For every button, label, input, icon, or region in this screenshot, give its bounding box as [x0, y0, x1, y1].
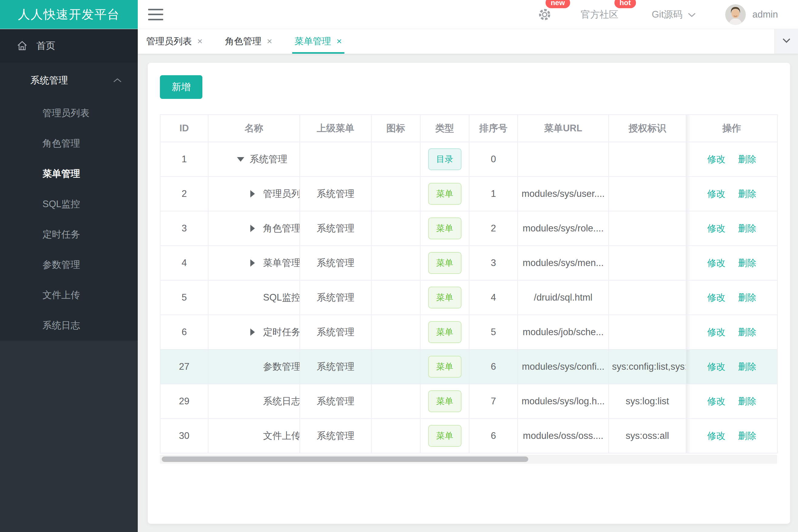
table-row: 5SQL监控系统管理菜单4/druid/sql.html修改删除	[160, 280, 777, 315]
sidebar-item-7[interactable]: 系统日志	[0, 310, 138, 341]
cell-type: 菜单	[420, 211, 469, 246]
cell-url: modules/sys/confi...	[518, 349, 609, 384]
cell-actions: 修改删除	[686, 315, 777, 349]
name-cell-content: SQL监控	[211, 291, 296, 304]
sidebar-section-system: 系统管理 管理员列表角色管理菜单管理SQL监控定时任务参数管理文件上传系统日志	[0, 63, 138, 341]
sidebar-item-6[interactable]: 文件上传	[0, 280, 138, 310]
cell-id: 29	[160, 384, 208, 419]
chevron-up-icon	[113, 78, 122, 83]
cell-perms	[609, 142, 686, 176]
horizontal-scrollbar-thumb[interactable]	[162, 456, 528, 462]
user-menu[interactable]: admin	[725, 4, 778, 25]
delete-link[interactable]: 删除	[738, 223, 757, 233]
delete-link[interactable]: 删除	[738, 327, 757, 337]
hamburger-menu-icon[interactable]	[148, 9, 163, 20]
sidebar-section-title[interactable]: 系统管理	[0, 63, 138, 98]
sidebar-item-1[interactable]: 角色管理	[0, 128, 138, 159]
delete-link[interactable]: 删除	[738, 292, 757, 302]
sidebar-item-5[interactable]: 参数管理	[0, 250, 138, 280]
gear-icon	[538, 7, 552, 21]
delete-link[interactable]: 删除	[738, 189, 757, 199]
edit-link[interactable]: 修改	[707, 258, 725, 268]
expand-arrow-icon[interactable]	[250, 190, 255, 197]
cell-type: 菜单	[420, 176, 469, 211]
expand-arrow-icon[interactable]	[250, 259, 255, 267]
cell-url: /druid/sql.html	[518, 280, 609, 315]
edit-link[interactable]: 修改	[707, 396, 725, 406]
git-source-label: Git源码	[652, 8, 683, 21]
menu-name-label: 系统管理	[250, 153, 287, 166]
edit-link[interactable]: 修改	[707, 431, 725, 441]
edit-link[interactable]: 修改	[707, 189, 725, 199]
tab-close-icon[interactable]: ×	[336, 36, 342, 46]
tab-2[interactable]: 菜单管理×	[295, 29, 342, 54]
settings-button[interactable]: new	[538, 7, 552, 21]
tab-0[interactable]: 管理员列表×	[146, 29, 203, 54]
delete-link[interactable]: 删除	[738, 154, 757, 164]
tab-close-icon[interactable]: ×	[267, 36, 273, 46]
community-link[interactable]: 官方社区 hot	[581, 8, 618, 21]
cell-parent: 系统管理	[300, 246, 371, 280]
tab-1[interactable]: 角色管理×	[225, 29, 273, 54]
cell-order: 5	[469, 315, 518, 349]
cell-id: 5	[160, 280, 208, 315]
cell-perms	[609, 176, 686, 211]
col-order: 排序号	[469, 115, 518, 142]
menu-table: ID 名称 上级菜单 图标 类型 排序号 菜单URL 授权标识 操作 1系统管理…	[160, 114, 778, 453]
type-badge: 菜单	[428, 425, 462, 447]
edit-link[interactable]: 修改	[707, 327, 725, 337]
cell-name: 文件上传	[208, 419, 300, 453]
edit-link[interactable]: 修改	[707, 223, 725, 233]
name-cell-content: 管理员列表	[211, 187, 296, 200]
cell-type: 菜单	[420, 419, 469, 453]
sidebar-item-2[interactable]: 菜单管理	[0, 159, 138, 189]
cell-actions: 修改删除	[686, 419, 777, 453]
delete-link[interactable]: 删除	[738, 362, 757, 372]
cell-type: 目录	[420, 142, 469, 176]
cell-id: 6	[160, 315, 208, 349]
expand-arrow-icon[interactable]	[250, 328, 255, 336]
name-cell-content: 系统管理	[211, 153, 296, 166]
cell-parent	[300, 142, 371, 176]
delete-link[interactable]: 删除	[738, 431, 757, 441]
sidebar-item-3[interactable]: SQL监控	[0, 189, 138, 219]
cell-order: 0	[469, 142, 518, 176]
tab-close-icon[interactable]: ×	[197, 36, 203, 46]
header-main: new 官方社区 hot Git源码	[138, 0, 798, 29]
cell-type: 菜单	[420, 315, 469, 349]
git-source-link[interactable]: Git源码	[652, 8, 696, 21]
delete-link[interactable]: 删除	[738, 258, 757, 268]
cell-type: 菜单	[420, 280, 469, 315]
hot-badge: hot	[614, 0, 636, 8]
name-cell-content: 文件上传	[211, 430, 296, 442]
tabs-dropdown-button[interactable]	[774, 29, 798, 54]
cell-perms: sys:config:list,sys:.	[609, 349, 686, 384]
edit-link[interactable]: 修改	[707, 362, 725, 372]
menu-name-label: 参数管理	[263, 360, 300, 373]
sidebar-home-label: 首页	[36, 39, 55, 52]
table-row: 4菜单管理系统管理菜单3modules/sys/men...修改删除	[160, 246, 777, 280]
cell-type: 菜单	[420, 349, 469, 384]
cell-name: 管理员列表	[208, 176, 300, 211]
cell-icon	[371, 176, 420, 211]
cell-icon	[371, 246, 420, 280]
sidebar-item-home[interactable]: 首页	[0, 29, 138, 63]
expand-arrow-icon[interactable]	[250, 225, 255, 232]
add-button[interactable]: 新增	[160, 75, 202, 99]
name-cell-content: 菜单管理	[211, 256, 296, 269]
edit-link[interactable]: 修改	[707, 154, 725, 164]
menu-name-label: 系统日志	[263, 395, 300, 407]
menu-name-label: 定时任务	[263, 326, 300, 339]
sidebar-item-4[interactable]: 定时任务	[0, 219, 138, 250]
horizontal-scrollbar-track[interactable]	[160, 455, 777, 464]
table-row: 29系统日志系统管理菜单7modules/sys/log.h...sys:log…	[160, 384, 777, 419]
type-badge: 菜单	[428, 183, 462, 205]
expand-slot	[250, 328, 258, 336]
tabbar: 管理员列表×角色管理×菜单管理×	[138, 29, 798, 54]
sidebar-item-0[interactable]: 管理员列表	[0, 98, 138, 128]
delete-link[interactable]: 删除	[738, 396, 757, 406]
edit-link[interactable]: 修改	[707, 292, 725, 302]
collapse-arrow-icon[interactable]	[237, 157, 244, 162]
cell-url: modules/sys/men...	[518, 246, 609, 280]
expand-slot	[237, 157, 245, 162]
